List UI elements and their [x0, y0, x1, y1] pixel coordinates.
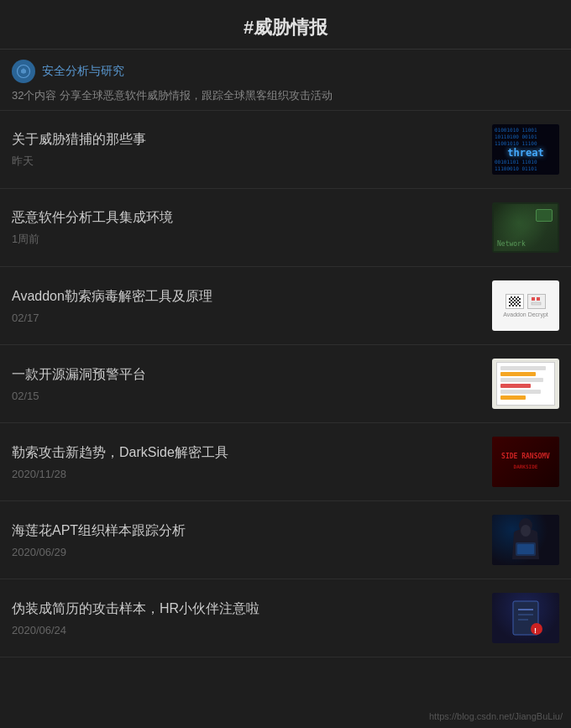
article-content: 海莲花APT组织样本跟踪分析 2020/06/29 — [12, 521, 492, 558]
svg-rect-3 — [532, 302, 541, 305]
svg-point-13 — [531, 623, 542, 635]
article-content: 伪装成简历的攻击样本，HR小伙伴注意啦 2020/06/24 — [12, 600, 492, 636]
svg-rect-7 — [517, 544, 534, 554]
shield-icon — [16, 64, 31, 79]
article-title: 恶意软件分析工具集成环境 — [12, 208, 480, 227]
svg-rect-1 — [532, 297, 535, 301]
svg-text:!: ! — [534, 626, 537, 635]
article-content: 关于威胁猎捕的那些事 昨天 — [12, 130, 492, 169]
article-thumbnail: Network — [492, 202, 559, 253]
channel-info[interactable]: 安全分析与研究 — [0, 50, 571, 85]
channel-name[interactable]: 安全分析与研究 — [42, 64, 124, 79]
article-item[interactable]: 海莲花APT组织样本跟踪分析 2020/06/29 — [0, 501, 571, 579]
article-thumbnail: SIDE RANSOMVDARKSIDE — [492, 437, 559, 487]
article-title: 海莲花APT组织样本跟踪分析 — [12, 521, 480, 540]
channel-desc: 32个内容 分享全球恶意软件威胁情报，跟踪全球黑客组织攻击活动 — [0, 85, 571, 110]
article-date: 2020/06/24 — [12, 624, 480, 636]
article-title: 关于威胁猎捕的那些事 — [12, 130, 480, 149]
page-title: #威胁情报 — [0, 15, 571, 40]
article-date: 02/17 — [12, 312, 480, 324]
channel-description: 分享全球恶意软件威胁情报，跟踪全球黑客组织攻击活动 — [60, 89, 333, 102]
article-thumbnail — [492, 359, 559, 409]
article-thumbnail: 01001010 1100110110100 0010111001010 111… — [492, 124, 559, 175]
footer-url: https://blog.csdn.net/JiangBuLiu/ — [429, 711, 563, 721]
article-content: 勒索攻击新趋势，DarkSide解密工具 2020/11/28 — [12, 443, 492, 479]
article-content: Avaddon勒索病毒解密工具及原理 02/17 — [12, 287, 492, 323]
article-title: 一款开源漏洞预警平台 — [12, 365, 480, 384]
channel-icon — [12, 60, 35, 83]
article-thumbnail: ! — [492, 593, 559, 643]
article-content: 一款开源漏洞预警平台 02/15 — [12, 365, 492, 401]
article-item[interactable]: 一款开源漏洞预警平台 02/15 — [0, 345, 571, 423]
article-content: 恶意软件分析工具集成环境 1周前 — [12, 208, 492, 247]
article-date: 2020/06/29 — [12, 546, 480, 558]
article-title: 勒索攻击新趋势，DarkSide解密工具 — [12, 443, 480, 462]
article-item[interactable]: 恶意软件分析工具集成环境 1周前 Network — [0, 189, 571, 267]
article-item[interactable]: 伪装成简历的攻击样本，HR小伙伴注意啦 2020/06/24 ! — [0, 579, 571, 657]
article-item[interactable]: 关于威胁猎捕的那些事 昨天 01001010 1100110110100 001… — [0, 111, 571, 189]
svg-point-5 — [521, 525, 531, 537]
article-thumbnail — [492, 515, 559, 565]
article-title: 伪装成简历的攻击样本，HR小伙伴注意啦 — [12, 600, 480, 618]
page-header: #威胁情报 — [0, 0, 571, 50]
article-list: 关于威胁猎捕的那些事 昨天 01001010 1100110110100 001… — [0, 111, 571, 657]
article-title: Avaddon勒索病毒解密工具及原理 — [12, 287, 480, 306]
article-thumbnail: Avaddon Decrypt — [492, 280, 559, 331]
article-date: 02/15 — [12, 390, 480, 402]
article-item[interactable]: 勒索攻击新趋势，DarkSide解密工具 2020/11/28 SIDE RAN… — [0, 423, 571, 501]
article-date: 1周前 — [12, 232, 480, 247]
article-date: 2020/11/28 — [12, 468, 480, 480]
article-item[interactable]: Avaddon勒索病毒解密工具及原理 02/17 Avaddon Decrypt — [0, 267, 571, 345]
article-date: 昨天 — [12, 154, 480, 169]
svg-rect-2 — [537, 297, 540, 301]
channel-count: 32个内容 — [12, 89, 56, 102]
